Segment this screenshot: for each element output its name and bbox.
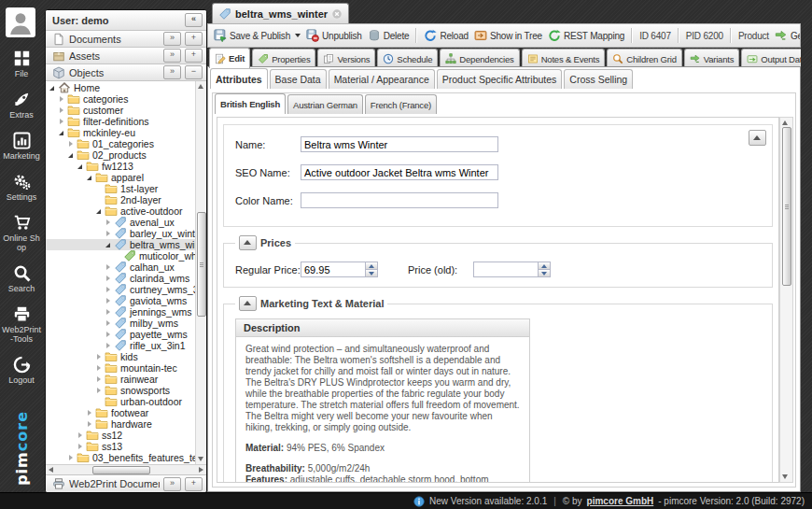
tree-vertical-scrollbar[interactable] <box>195 81 206 464</box>
tree-node-ss12[interactable]: ss12 <box>46 430 196 441</box>
scroll-right-icon[interactable] <box>199 467 203 473</box>
tab-product-specific-attributes[interactable]: Product Specific Attributes <box>437 69 563 89</box>
add-button[interactable]: + <box>185 32 203 46</box>
delete-button[interactable]: Delete <box>365 27 413 44</box>
rest-mapping-button[interactable]: REST Mapping <box>545 27 627 44</box>
expander-closed-icon[interactable] <box>105 230 113 238</box>
tree-node-2nd-layer[interactable]: 2nd-layer <box>46 194 196 205</box>
scroll-up-icon[interactable] <box>782 120 788 125</box>
expander-closed-icon[interactable] <box>58 95 66 104</box>
expander-closed-icon[interactable] <box>67 140 76 148</box>
tab-notes-events[interactable]: Notes & Events <box>522 49 606 68</box>
sidebar-item-marketing[interactable]: Marketing <box>0 132 43 161</box>
expander-open-icon[interactable] <box>86 174 94 182</box>
expander-closed-icon[interactable] <box>105 308 113 317</box>
scroll-down-icon[interactable] <box>198 457 203 461</box>
close-icon[interactable] <box>331 8 343 20</box>
collapse-fieldset-icon[interactable] <box>239 235 257 250</box>
tree-horizontal-scrollbar[interactable] <box>46 464 206 474</box>
expand-button[interactable]: » <box>163 49 181 63</box>
scroll-up-icon[interactable] <box>198 84 203 89</box>
tree-node-fw1213[interactable]: fw1213 <box>46 161 196 172</box>
expander-closed-icon[interactable] <box>86 409 94 417</box>
expander-closed-icon[interactable] <box>77 431 85 440</box>
spinner-up-icon[interactable] <box>539 262 550 270</box>
tab-beltra-wms-winter[interactable]: beltra_wms_winter <box>212 3 349 23</box>
pimcore-link[interactable]: pimcore GmbH <box>587 496 654 506</box>
expander-closed-icon[interactable] <box>58 118 66 126</box>
save-publish-button[interactable]: Save & Publish <box>211 27 303 44</box>
tab-schedule[interactable]: Schedule <box>377 49 438 68</box>
tree-node-snowsports[interactable]: snowsports <box>46 385 196 396</box>
tree-node-footwear[interactable]: footwear <box>46 407 196 418</box>
seo-name-field[interactable] <box>301 164 498 180</box>
tab-attributes[interactable]: Attributes <box>210 68 268 89</box>
tab-edit[interactable]: Edit <box>209 48 250 68</box>
tab-austrian-german[interactable]: Austrian German <box>287 94 363 114</box>
generate-variants-button[interactable]: Generate Variants <box>772 27 801 44</box>
tab-french-france-[interactable]: French (France) <box>365 94 437 114</box>
tree-node-02_products[interactable]: 02_products <box>46 149 196 161</box>
spinner-up-icon[interactable] <box>366 262 377 270</box>
tree-node-urban-outdoor[interactable]: urban-outdoor <box>46 396 196 407</box>
expander-open-icon[interactable] <box>95 207 104 216</box>
tree-node-rifle_ux_3in1[interactable]: rifle_ux_3in1 <box>46 340 196 351</box>
tab-versions[interactable]: Versions <box>317 49 375 68</box>
spinner-down-icon[interactable] <box>539 270 550 276</box>
dropdown-caret-icon[interactable] <box>295 34 301 37</box>
expander-open-icon[interactable] <box>49 84 57 92</box>
accordion-documents[interactable]: Documents » + <box>46 31 206 48</box>
expander-closed-icon[interactable] <box>105 263 113 272</box>
sidebar-item-shop[interactable]: Online Shop <box>0 214 43 252</box>
expander-closed-icon[interactable] <box>67 454 76 462</box>
expander-open-icon[interactable] <box>105 241 113 249</box>
scroll-left-icon[interactable] <box>49 467 53 473</box>
expand-button[interactable]: » <box>163 32 181 46</box>
old-price-field[interactable] <box>473 262 539 277</box>
form-vertical-scrollbar[interactable] <box>779 117 793 483</box>
tab-material-appearance[interactable]: Material / Appearance <box>329 69 435 89</box>
add-button[interactable]: + <box>185 49 203 63</box>
sidebar-item-settings[interactable]: Settings <box>0 173 43 202</box>
expander-closed-icon[interactable] <box>95 353 104 361</box>
tree-node-03_benefits_features_technologie[interactable]: 03_benefits_features_technologie <box>46 452 196 463</box>
sidebar-item-search[interactable]: Search <box>0 264 43 293</box>
expander-closed-icon[interactable] <box>58 106 66 115</box>
expander-closed-icon[interactable] <box>105 275 113 283</box>
regular-price-field[interactable] <box>301 262 366 277</box>
accordion-assets[interactable]: Assets » + <box>46 48 206 64</box>
expander-closed-icon[interactable] <box>105 331 113 339</box>
tree-node-ss13[interactable]: ss13 <box>46 441 196 452</box>
expander-closed-icon[interactable] <box>105 219 113 227</box>
color-name-field[interactable] <box>301 192 498 208</box>
remove-button[interactable]: − <box>185 65 203 79</box>
expander-closed-icon[interactable] <box>95 375 104 384</box>
expander-open-icon[interactable] <box>67 151 76 160</box>
accordion-web2print-documents[interactable]: Web2Print Documents » + <box>46 474 206 492</box>
tab-variants[interactable]: Variants <box>684 49 740 68</box>
expander-closed-icon[interactable] <box>95 364 104 373</box>
tab-properties[interactable]: Properties <box>252 49 315 68</box>
sidebar-item-logout[interactable]: Logout <box>0 356 43 385</box>
add-button[interactable]: + <box>185 477 203 491</box>
description-text[interactable]: Great wind protection – and simultaneous… <box>236 337 529 483</box>
expander-open-icon[interactable] <box>77 163 85 171</box>
tree-node-hardware[interactable]: hardware <box>46 418 196 430</box>
tab-dependencies[interactable]: Dependencies <box>440 49 519 68</box>
expander-closed-icon[interactable] <box>105 319 113 328</box>
show-in-tree-button[interactable]: Show in Tree <box>471 27 545 44</box>
expander-closed-icon[interactable] <box>86 420 94 429</box>
tab-base-data[interactable]: Base Data <box>270 69 327 89</box>
tab-british-english[interactable]: British English <box>215 93 286 114</box>
collapse-fieldset-icon[interactable] <box>239 296 257 311</box>
expander-closed-icon[interactable] <box>95 387 104 395</box>
expander-open-icon[interactable] <box>58 129 66 137</box>
tab-cross-selling[interactable]: Cross Selling <box>564 69 633 89</box>
collapse-section-icon[interactable] <box>749 130 766 146</box>
scrollbar-thumb[interactable] <box>782 127 791 286</box>
sidebar-item-extras[interactable]: Extras <box>0 91 43 120</box>
tree-node-mckinley-eu[interactable]: mckinley-eu <box>46 127 196 138</box>
sidebar-item-web2print[interactable]: Web2Print-Tools <box>0 305 43 344</box>
tab-output-data-configuration[interactable]: Output Data Configuration <box>741 49 801 68</box>
name-field[interactable] <box>301 136 498 152</box>
